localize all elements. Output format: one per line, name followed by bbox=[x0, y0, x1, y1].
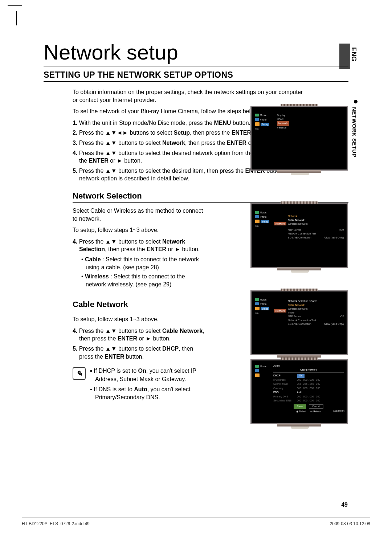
music-icon bbox=[255, 365, 259, 368]
cn-step-5: 5. Press the ▲▼ buttons to select DHCP, … bbox=[73, 345, 207, 360]
tv-screenshot-network-selection: Music Photo Setup ntal Network Network C… bbox=[250, 203, 348, 268]
note-2: If DNS is set to Auto, you can't select … bbox=[90, 385, 210, 402]
ns-step-4: 4. Press the ▲▼ buttons to select Networ… bbox=[73, 238, 207, 253]
title-rule bbox=[44, 66, 348, 66]
note-list: If DHCP is set to On, you can't select I… bbox=[90, 367, 210, 404]
tv3-panel: Network Selection : Cable Cable Network … bbox=[288, 299, 344, 326]
footer-timestamp: 2009-08-03 10:12:08 bbox=[330, 521, 370, 526]
music-icon bbox=[255, 211, 259, 214]
cancel-button[interactable]: Cancel bbox=[309, 404, 323, 409]
ns-p1: Select Cable or Wireless as the method t… bbox=[73, 207, 207, 222]
tv3-network-hl: Network bbox=[274, 309, 286, 313]
section-heading: SETTING UP THE NETWORK SETUP OPTIONS bbox=[44, 70, 348, 80]
page-content: Network setup SETTING UP THE NETWORK SET… bbox=[0, 0, 392, 539]
network-selection-head: Network Selection bbox=[73, 191, 348, 201]
tv3-sidebar: Music Photo Setup ntal bbox=[255, 298, 276, 316]
gear-icon bbox=[255, 220, 260, 223]
music-icon bbox=[255, 114, 259, 117]
gear-icon bbox=[255, 122, 260, 126]
note-icon: ✎ bbox=[73, 367, 86, 380]
ns-bullet-cable: • Cable : Select this to connect to the … bbox=[73, 256, 207, 271]
intro-p1: To obtain information on the proper sett… bbox=[73, 88, 305, 104]
tv4-valid-only: (Valid Only) bbox=[333, 410, 344, 412]
section-rule bbox=[44, 81, 348, 82]
cn-p1: To setup, follow steps 1~3 above. bbox=[73, 315, 207, 323]
ns-bullet-wireless: • Wireless : Select this to connect to t… bbox=[73, 273, 207, 288]
photo-icon bbox=[255, 302, 259, 305]
footer: HT-BD1220A_ELS_0729-2.indd 49 2009-08-03… bbox=[22, 517, 370, 526]
cable-network-body: To setup, follow steps 1~3 above. 4. Pre… bbox=[73, 315, 207, 360]
gear-icon bbox=[255, 373, 260, 377]
network-selection-body: Select Cable or Wireless as the method t… bbox=[73, 207, 207, 288]
music-icon bbox=[255, 298, 259, 301]
page-title: Network setup bbox=[44, 40, 348, 64]
tv4-buttons: Save Cancel bbox=[273, 404, 344, 409]
tv-screenshot-dhcp: Music Audio Cable Network DHCPOn IP Addr… bbox=[250, 359, 348, 424]
tv4-panel: Audio Cable Network DHCPOn IP Address000… bbox=[273, 364, 344, 414]
ns-p2: To setup, follow steps 1~3 above. bbox=[73, 226, 207, 234]
tv2-network-hl: Network bbox=[274, 222, 286, 225]
gear-icon bbox=[255, 307, 260, 310]
save-button[interactable]: Save bbox=[294, 404, 306, 409]
tv1-sidebar: Music Photo Setup ntal bbox=[255, 114, 276, 131]
tv2-panel: Network Cable Network Wireless Network N… bbox=[288, 215, 344, 240]
tv-screenshot-setup: Music Photo Setup ntal Display HDMI Netw… bbox=[250, 106, 348, 171]
tv2-sidebar: Music Photo Setup ntal bbox=[255, 211, 276, 229]
tv1-panel: Display HDMI Network Parental bbox=[277, 114, 344, 130]
tv-screenshot-cable-network: Music Photo Setup ntal Network Network S… bbox=[250, 290, 348, 355]
cn-step-4: 4. Press the ▲▼ buttons to select Cable … bbox=[73, 327, 207, 343]
photo-icon bbox=[255, 369, 259, 372]
note-1: If DHCP is set to On, you can't select I… bbox=[90, 367, 210, 383]
photo-icon bbox=[255, 118, 259, 121]
photo-icon bbox=[255, 215, 259, 218]
footer-file: HT-BD1220A_ELS_0729-2.indd 49 bbox=[22, 521, 90, 526]
page-number: 49 bbox=[341, 502, 348, 508]
